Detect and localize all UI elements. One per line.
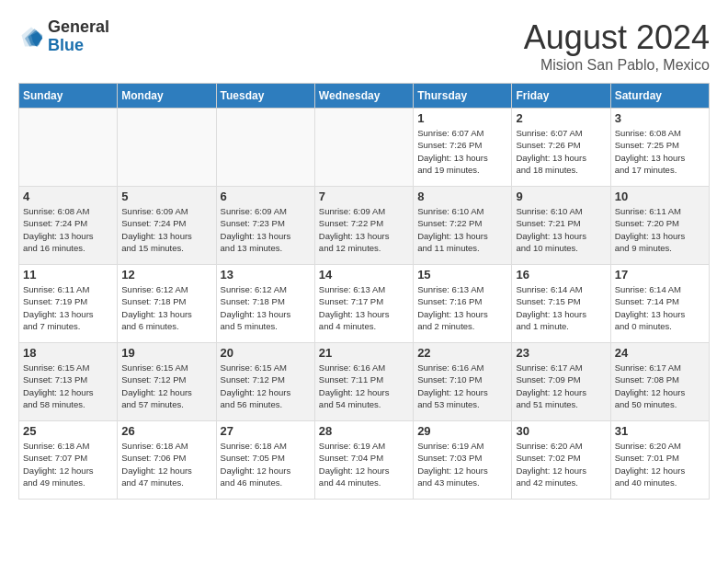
day-info: Sunrise: 6:08 AM Sunset: 7:24 PM Dayligh…	[23, 205, 113, 254]
day-of-week-header: Sunday	[19, 84, 118, 109]
day-number: 16	[516, 268, 606, 282]
calendar-cell: 13Sunrise: 6:12 AM Sunset: 7:18 PM Dayli…	[216, 265, 314, 343]
day-info: Sunrise: 6:19 AM Sunset: 7:04 PM Dayligh…	[319, 440, 409, 488]
day-number: 12	[121, 268, 211, 282]
day-info: Sunrise: 6:10 AM Sunset: 7:22 PM Dayligh…	[417, 205, 507, 254]
calendar-cell: 26Sunrise: 6:18 AM Sunset: 7:06 PM Dayli…	[118, 421, 216, 500]
logo-general: General	[48, 18, 109, 37]
day-number: 13	[221, 268, 311, 282]
day-number: 11	[23, 268, 113, 282]
day-of-week-header: Monday	[118, 84, 216, 109]
day-number: 26	[121, 424, 211, 438]
calendar-cell: 14Sunrise: 6:13 AM Sunset: 7:17 PM Dayli…	[314, 265, 413, 343]
day-info: Sunrise: 6:10 AM Sunset: 7:21 PM Dayligh…	[516, 205, 606, 254]
calendar-cell	[19, 109, 118, 187]
day-number: 3	[615, 111, 705, 125]
day-info: Sunrise: 6:09 AM Sunset: 7:22 PM Dayligh…	[319, 205, 409, 254]
calendar-week-row: 11Sunrise: 6:11 AM Sunset: 7:19 PM Dayli…	[19, 265, 710, 343]
day-info: Sunrise: 6:09 AM Sunset: 7:23 PM Dayligh…	[221, 205, 311, 254]
calendar-cell: 23Sunrise: 6:17 AM Sunset: 7:09 PM Dayli…	[512, 343, 610, 421]
calendar-week-row: 4Sunrise: 6:08 AM Sunset: 7:24 PM Daylig…	[19, 187, 710, 265]
day-number: 22	[417, 346, 507, 360]
calendar-cell: 1Sunrise: 6:07 AM Sunset: 7:26 PM Daylig…	[414, 109, 512, 187]
calendar-cell: 3Sunrise: 6:08 AM Sunset: 7:25 PM Daylig…	[610, 109, 709, 187]
calendar-cell: 20Sunrise: 6:15 AM Sunset: 7:12 PM Dayli…	[216, 343, 314, 421]
day-info: Sunrise: 6:15 AM Sunset: 7:13 PM Dayligh…	[23, 362, 113, 410]
day-of-week-header: Saturday	[610, 84, 709, 109]
day-info: Sunrise: 6:18 AM Sunset: 7:05 PM Dayligh…	[221, 440, 311, 488]
calendar-cell: 12Sunrise: 6:12 AM Sunset: 7:18 PM Dayli…	[118, 265, 216, 343]
day-number: 28	[319, 424, 409, 438]
calendar-cell: 9Sunrise: 6:10 AM Sunset: 7:21 PM Daylig…	[512, 187, 610, 265]
day-info: Sunrise: 6:07 AM Sunset: 7:26 PM Dayligh…	[417, 127, 507, 176]
day-info: Sunrise: 6:18 AM Sunset: 7:07 PM Dayligh…	[23, 440, 113, 488]
day-info: Sunrise: 6:15 AM Sunset: 7:12 PM Dayligh…	[221, 362, 311, 410]
day-number: 17	[615, 268, 705, 282]
calendar-cell: 5Sunrise: 6:09 AM Sunset: 7:24 PM Daylig…	[118, 187, 216, 265]
calendar-cell: 17Sunrise: 6:14 AM Sunset: 7:14 PM Dayli…	[610, 265, 709, 343]
calendar-week-row: 1Sunrise: 6:07 AM Sunset: 7:26 PM Daylig…	[19, 109, 710, 187]
page-header: General Blue August 2024 Mision San Pabl…	[18, 18, 710, 74]
day-info: Sunrise: 6:11 AM Sunset: 7:19 PM Dayligh…	[23, 283, 113, 332]
calendar-cell: 31Sunrise: 6:20 AM Sunset: 7:01 PM Dayli…	[610, 421, 709, 500]
day-number: 5	[121, 190, 211, 203]
day-info: Sunrise: 6:09 AM Sunset: 7:24 PM Dayligh…	[121, 205, 211, 254]
day-number: 1	[417, 111, 507, 125]
calendar-cell	[216, 109, 314, 187]
calendar-cell: 2Sunrise: 6:07 AM Sunset: 7:26 PM Daylig…	[512, 109, 610, 187]
main-title: August 2024	[524, 18, 710, 57]
day-info: Sunrise: 6:14 AM Sunset: 7:14 PM Dayligh…	[615, 283, 705, 332]
day-info: Sunrise: 6:20 AM Sunset: 7:01 PM Dayligh…	[615, 440, 705, 488]
day-number: 7	[319, 190, 409, 203]
calendar-cell: 11Sunrise: 6:11 AM Sunset: 7:19 PM Dayli…	[19, 265, 118, 343]
logo: General Blue	[18, 18, 109, 55]
calendar-cell: 28Sunrise: 6:19 AM Sunset: 7:04 PM Dayli…	[314, 421, 413, 500]
calendar-week-row: 25Sunrise: 6:18 AM Sunset: 7:07 PM Dayli…	[19, 421, 710, 500]
day-number: 2	[516, 111, 606, 125]
day-of-week-header: Wednesday	[314, 84, 413, 109]
calendar-cell	[118, 109, 216, 187]
day-of-week-header: Friday	[512, 84, 610, 109]
day-number: 24	[615, 346, 705, 360]
day-number: 10	[615, 190, 705, 203]
calendar-cell: 6Sunrise: 6:09 AM Sunset: 7:23 PM Daylig…	[216, 187, 314, 265]
calendar-cell: 25Sunrise: 6:18 AM Sunset: 7:07 PM Dayli…	[19, 421, 118, 500]
day-info: Sunrise: 6:15 AM Sunset: 7:12 PM Dayligh…	[121, 362, 211, 410]
title-section: August 2024 Mision San Pablo, Mexico	[524, 18, 710, 74]
days-of-week-row: SundayMondayTuesdayWednesdayThursdayFrid…	[19, 84, 710, 109]
day-number: 6	[221, 190, 311, 203]
day-info: Sunrise: 6:13 AM Sunset: 7:16 PM Dayligh…	[417, 283, 507, 332]
calendar-cell: 21Sunrise: 6:16 AM Sunset: 7:11 PM Dayli…	[314, 343, 413, 421]
day-info: Sunrise: 6:17 AM Sunset: 7:08 PM Dayligh…	[615, 362, 705, 410]
day-number: 29	[417, 424, 507, 438]
day-number: 30	[516, 424, 606, 438]
day-info: Sunrise: 6:18 AM Sunset: 7:06 PM Dayligh…	[121, 440, 211, 488]
day-number: 19	[121, 346, 211, 360]
calendar-cell: 30Sunrise: 6:20 AM Sunset: 7:02 PM Dayli…	[512, 421, 610, 500]
calendar-cell: 7Sunrise: 6:09 AM Sunset: 7:22 PM Daylig…	[314, 187, 413, 265]
day-number: 27	[221, 424, 311, 438]
day-info: Sunrise: 6:19 AM Sunset: 7:03 PM Dayligh…	[417, 440, 507, 488]
calendar-week-row: 18Sunrise: 6:15 AM Sunset: 7:13 PM Dayli…	[19, 343, 710, 421]
day-number: 20	[221, 346, 311, 360]
day-number: 9	[516, 190, 606, 203]
calendar-cell: 19Sunrise: 6:15 AM Sunset: 7:12 PM Dayli…	[118, 343, 216, 421]
logo-text: General Blue	[48, 18, 109, 55]
day-info: Sunrise: 6:07 AM Sunset: 7:26 PM Dayligh…	[516, 127, 606, 176]
day-info: Sunrise: 6:11 AM Sunset: 7:20 PM Dayligh…	[615, 205, 705, 254]
day-of-week-header: Thursday	[414, 84, 512, 109]
calendar-cell: 29Sunrise: 6:19 AM Sunset: 7:03 PM Dayli…	[414, 421, 512, 500]
day-number: 18	[23, 346, 113, 360]
day-info: Sunrise: 6:13 AM Sunset: 7:17 PM Dayligh…	[319, 283, 409, 332]
day-of-week-header: Tuesday	[216, 84, 314, 109]
day-number: 21	[319, 346, 409, 360]
calendar-cell: 24Sunrise: 6:17 AM Sunset: 7:08 PM Dayli…	[610, 343, 709, 421]
day-info: Sunrise: 6:14 AM Sunset: 7:15 PM Dayligh…	[516, 283, 606, 332]
calendar-cell: 16Sunrise: 6:14 AM Sunset: 7:15 PM Dayli…	[512, 265, 610, 343]
day-info: Sunrise: 6:12 AM Sunset: 7:18 PM Dayligh…	[221, 283, 311, 332]
logo-icon	[18, 24, 44, 50]
day-info: Sunrise: 6:12 AM Sunset: 7:18 PM Dayligh…	[121, 283, 211, 332]
day-number: 31	[615, 424, 705, 438]
day-number: 15	[417, 268, 507, 282]
day-number: 4	[23, 190, 113, 203]
